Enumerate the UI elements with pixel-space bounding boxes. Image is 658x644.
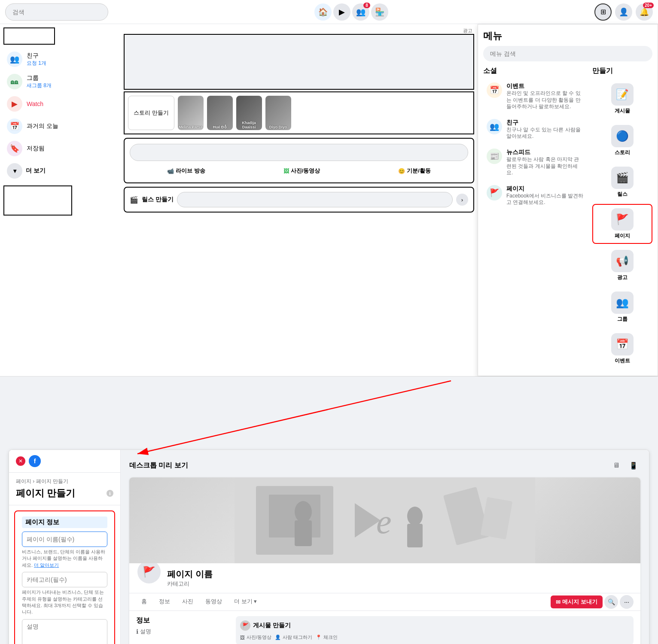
sidebar-item-history[interactable]: 📅 과거의 오늘	[3, 115, 117, 137]
notification-badge: 20+	[643, 3, 654, 8]
reels-label: 릴스 만들기	[142, 196, 174, 204]
sidebar-more-btn[interactable]: ▾ 더 보기	[3, 160, 117, 182]
preview-checkin-action[interactable]: 📍 체크인	[316, 634, 338, 641]
create-item-post[interactable]: 📝 게시물	[592, 79, 652, 119]
story-khadija[interactable]: Khadija Daaissi	[236, 96, 262, 130]
navbar-left	[5, 3, 108, 21]
sidebar-item-groups[interactable]: 🏘 그룹 새그룹 8개	[3, 70, 117, 93]
create-item-story[interactable]: 🔵 스토리	[592, 121, 652, 161]
newsfeed-menu-desc: 팔로우하는 사람 혹은 마지막 관련된 것들과 게시물을 확인하세요.	[506, 156, 584, 176]
info-bullet-icon: ℹ	[136, 628, 138, 635]
events-menu-label: 이벤트	[506, 82, 584, 90]
feeling-icon: 😊	[398, 168, 405, 174]
menu-columns: 소셜 📅 이벤트 온라인 및 오프라인으로 할 수 있는 이벤트를 더 다양한 …	[483, 67, 652, 371]
create-group-icon: 👥	[611, 292, 634, 314]
friends-menu-desc: 친구나 알 수도 있는 다른 사람을 알아보세요.	[506, 127, 584, 140]
menu-item-newsfeed[interactable]: 📰 뉴스피드 팔로우하는 사람 혹은 마지막 관련된 것들과 게시물을 확인하세…	[483, 145, 587, 180]
menu-search-input[interactable]	[483, 46, 652, 61]
story-row: 스토리 만들기 Melina Parsa Hué Đỗ Khadija Daai…	[124, 91, 474, 134]
newsfeed-menu-label: 뉴스피드	[506, 149, 584, 156]
reels-icon: 🎬	[130, 196, 138, 204]
checkin-action-label: 체크인	[323, 634, 338, 641]
create-page-title: 페이지 만들기	[16, 487, 75, 500]
menu-item-pages[interactable]: 🚩 페이지 Facebook에서 비즈니스를 발견하고 연결해보세요.	[483, 182, 587, 210]
photo-btn[interactable]: 🖼 사진/동영상	[278, 164, 326, 177]
story-hue[interactable]: Hué Đỗ	[207, 96, 233, 130]
notification-nav-btn[interactable]: 🔔 20+	[636, 3, 653, 21]
reels-input[interactable]	[177, 192, 453, 207]
create-item-event[interactable]: 📅 이벤트	[592, 329, 652, 369]
page-desc-input[interactable]	[22, 619, 107, 644]
ad-box	[124, 34, 474, 90]
tab-videos[interactable]: 동영상	[200, 593, 227, 611]
preview-search-btn[interactable]: 🔍	[604, 595, 618, 609]
svg-rect-9	[407, 524, 423, 547]
menu-item-friends[interactable]: 👥 친구 친구나 알 수도 있는 다른 사람을 알아보세요.	[483, 115, 587, 143]
photo-label: 사진/동영상	[291, 167, 320, 175]
create-event-icon: 📅	[611, 333, 634, 355]
create-event-label: 이벤트	[615, 357, 630, 365]
svg-text:e: e	[376, 503, 392, 541]
events-menu-icon: 📅	[487, 82, 502, 98]
post-actions: 📹 라이브 방송 🖼 사진/동영상 😊 기분/활동	[130, 164, 468, 177]
create-page-label: 페이지	[615, 232, 630, 240]
watch-icon: ▶	[7, 96, 22, 112]
menu-item-events[interactable]: 📅 이벤트 온라인 및 오프라인으로 할 수 있는 이벤트를 더 다양한 활동을…	[483, 79, 587, 114]
preview-tag-action[interactable]: 👤 사람 태그하기	[275, 634, 312, 641]
create-item-page[interactable]: 🚩 페이지	[592, 204, 652, 244]
create-group-label: 그룹	[617, 316, 628, 323]
sidebar-item-friends[interactable]: 👥 친구 요청 1개	[3, 48, 117, 70]
page-category-input[interactable]	[22, 572, 107, 587]
create-item-reels[interactable]: 🎬 릴스	[592, 162, 652, 202]
page-name-input[interactable]	[22, 532, 107, 547]
navbar: 🏠 ▶ 👥 8 🏪 ⊞ 👤 🔔 20+	[0, 0, 658, 24]
red-arrow-svg	[0, 377, 658, 462]
tab-more[interactable]: 더 보기 ▾	[229, 593, 262, 611]
search-input[interactable]	[5, 3, 108, 21]
message-label: 메시지 보내기	[562, 598, 597, 606]
friends-menu-label: 친구	[506, 119, 584, 127]
post-input[interactable]	[130, 144, 468, 161]
create-item-group[interactable]: 👥 그룹	[592, 287, 652, 327]
grid-button[interactable]: ⊞	[594, 3, 612, 21]
friends-menu-icon: 👥	[487, 119, 502, 134]
people-badge: 8	[363, 3, 370, 8]
page-category-desc: 페이지가 나타내는 비즈니스, 단체 또는 주제의 유형을 설명하는 카테고리를…	[22, 589, 107, 616]
main-layout: 👥 친구 요청 1개 🏘 그룹 새그룹 8개 ▶ Watch 📅 과거의	[0, 24, 658, 376]
story-melina[interactable]: Melina Parsa	[178, 96, 204, 130]
info-icon: ℹ	[107, 490, 113, 497]
newsfeed-menu-icon: 📰	[487, 149, 502, 164]
story-diyo[interactable]: Diyo Diyo	[265, 96, 291, 130]
friends-icon: 👥	[7, 52, 22, 67]
left-sidebar: 👥 친구 요청 1개 🏘 그룹 새그룹 8개 ▶ Watch 📅 과거의	[0, 24, 120, 376]
pages-menu-icon: 🚩	[487, 185, 502, 200]
tab-info[interactable]: 정보	[154, 593, 175, 611]
preview-photo-action[interactable]: 🖼 사진/동영상	[240, 634, 271, 641]
name-more-link[interactable]: 더 알아보기	[34, 562, 59, 568]
people-nav-btn[interactable]: 👥 8	[352, 3, 369, 21]
preview-create-post-label: 게시물 만들기	[253, 622, 291, 629]
sidebar-item-watch[interactable]: ▶ Watch	[3, 93, 117, 115]
menu-create-title: 만들기	[592, 67, 652, 76]
video-nav-btn[interactable]: ▶	[333, 3, 350, 21]
live-icon: 📹	[167, 168, 174, 174]
home-nav-btn[interactable]: 🏠	[314, 3, 332, 21]
reels-arrow-btn[interactable]: ›	[456, 194, 468, 206]
tab-home[interactable]: 홈	[136, 593, 152, 611]
sidebar-item-saved[interactable]: 🔖 저장됨	[3, 137, 117, 160]
feeling-btn[interactable]: 😊 기분/활동	[393, 164, 436, 177]
create-story-btn[interactable]: 스토리 만들기	[128, 96, 174, 130]
center-feed: 광고 스토리 만들기 Melina Parsa Hué Đỗ Khadija D…	[120, 24, 478, 376]
message-btn[interactable]: ✉ 메시지 보내기	[551, 595, 603, 608]
create-item-ad[interactable]: 📢 광고	[592, 246, 652, 286]
preview-panel: 데스크톱 미리 보기 🖥 📱	[121, 450, 649, 644]
marketplace-nav-btn[interactable]: 🏪	[371, 3, 388, 21]
preview-more-btn[interactable]: ···	[620, 595, 634, 609]
profile-nav-btn[interactable]: 👤	[615, 3, 632, 21]
menu-create-col: 만들기 📝 게시물 🔵 스토리 🎬 릴스 🚩	[592, 67, 652, 371]
live-btn[interactable]: 📹 라이브 방송	[162, 164, 210, 177]
preview-create-post-title-row: 🚩 게시물 만들기	[240, 620, 629, 631]
sidebar-ad-box	[3, 185, 72, 216]
tab-photos[interactable]: 사진	[177, 593, 198, 611]
breadcrumb: 페이지 › 페이지 만들기	[9, 473, 120, 487]
